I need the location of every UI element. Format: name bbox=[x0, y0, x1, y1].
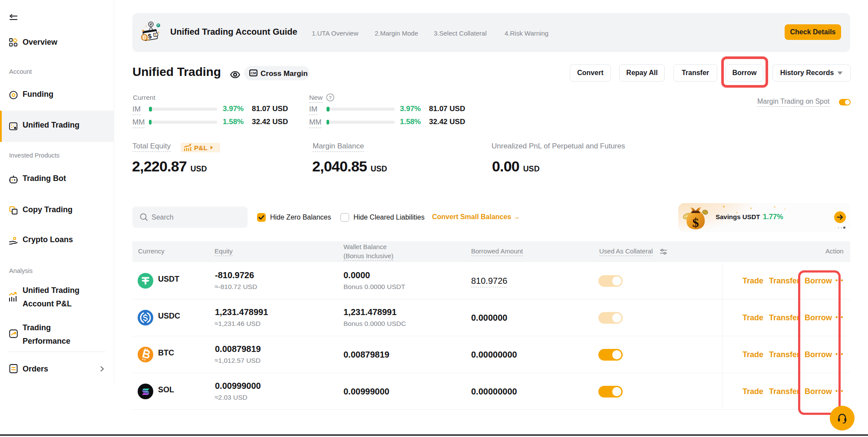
svg-text:CM: CM bbox=[251, 71, 256, 75]
svg-text:?: ? bbox=[329, 95, 332, 100]
svg-text:B: B bbox=[143, 35, 146, 40]
svg-text:$: $ bbox=[693, 215, 699, 230]
